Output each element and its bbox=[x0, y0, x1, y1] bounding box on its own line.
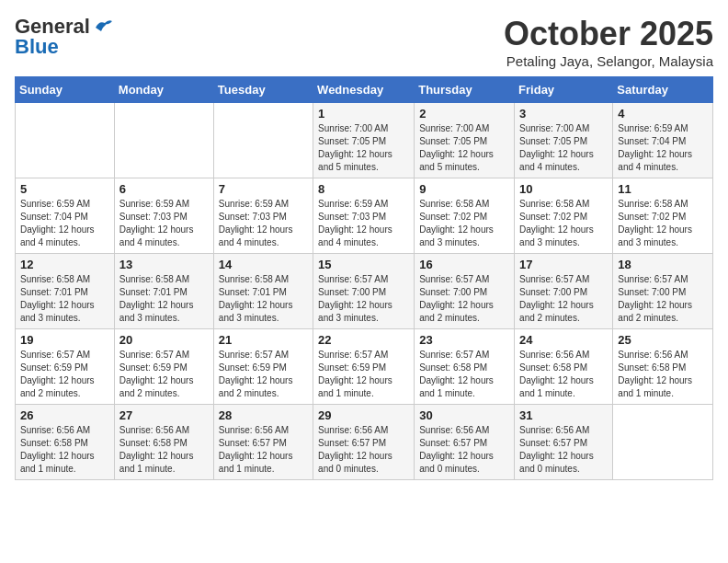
day-cell: 31Sunrise: 6:56 AMSunset: 6:57 PMDayligh… bbox=[515, 405, 613, 480]
week-row-5: 26Sunrise: 6:56 AMSunset: 6:58 PMDayligh… bbox=[16, 405, 713, 480]
day-cell: 10Sunrise: 6:58 AMSunset: 7:02 PMDayligh… bbox=[515, 178, 613, 254]
day-number: 29 bbox=[318, 408, 409, 422]
day-cell: 19Sunrise: 6:57 AMSunset: 6:59 PMDayligh… bbox=[16, 329, 115, 405]
day-info: Sunrise: 6:57 AMSunset: 6:59 PMDaylight:… bbox=[119, 349, 209, 400]
day-info: Sunrise: 6:57 AMSunset: 6:59 PMDaylight:… bbox=[318, 349, 409, 400]
day-info: Sunrise: 6:57 AMSunset: 6:58 PMDaylight:… bbox=[419, 349, 509, 400]
day-cell: 8Sunrise: 6:59 AMSunset: 7:03 PMDaylight… bbox=[313, 178, 415, 254]
logo-bird-icon bbox=[94, 18, 114, 35]
week-row-3: 12Sunrise: 6:58 AMSunset: 7:01 PMDayligh… bbox=[16, 254, 713, 329]
logo-blue: Blue bbox=[15, 35, 59, 59]
day-cell: 12Sunrise: 6:58 AMSunset: 7:01 PMDayligh… bbox=[16, 254, 115, 329]
day-number: 2 bbox=[419, 107, 509, 121]
day-info: Sunrise: 6:56 AMSunset: 6:58 PMDaylight:… bbox=[519, 349, 608, 400]
day-number: 30 bbox=[419, 408, 509, 422]
weekday-header-wednesday: Wednesday bbox=[313, 77, 415, 103]
day-info: Sunrise: 7:00 AMSunset: 7:05 PMDaylight:… bbox=[519, 122, 608, 174]
day-cell: 22Sunrise: 6:57 AMSunset: 6:59 PMDayligh… bbox=[313, 329, 415, 405]
calendar-table: SundayMondayTuesdayWednesdayThursdayFrid… bbox=[15, 76, 713, 480]
day-info: Sunrise: 6:56 AMSunset: 6:57 PMDaylight:… bbox=[419, 424, 509, 476]
day-number: 16 bbox=[419, 258, 509, 271]
day-info: Sunrise: 6:58 AMSunset: 7:02 PMDaylight:… bbox=[618, 198, 708, 249]
day-cell: 21Sunrise: 6:57 AMSunset: 6:59 PMDayligh… bbox=[213, 329, 313, 405]
day-cell: 29Sunrise: 6:56 AMSunset: 6:57 PMDayligh… bbox=[313, 405, 415, 480]
weekday-header-tuesday: Tuesday bbox=[213, 77, 313, 103]
day-number: 26 bbox=[20, 408, 109, 422]
day-cell bbox=[114, 103, 213, 178]
day-cell: 3Sunrise: 7:00 AMSunset: 7:05 PMDaylight… bbox=[515, 103, 613, 178]
day-number: 8 bbox=[318, 182, 409, 196]
day-info: Sunrise: 6:59 AMSunset: 7:03 PMDaylight:… bbox=[119, 198, 209, 249]
weekday-header-saturday: Saturday bbox=[613, 77, 713, 103]
week-row-2: 5Sunrise: 6:59 AMSunset: 7:04 PMDaylight… bbox=[16, 178, 713, 254]
weekday-header-monday: Monday bbox=[114, 77, 213, 103]
day-number: 27 bbox=[119, 408, 209, 422]
day-info: Sunrise: 6:56 AMSunset: 6:58 PMDaylight:… bbox=[618, 349, 708, 400]
day-info: Sunrise: 6:58 AMSunset: 7:01 PMDaylight:… bbox=[119, 273, 209, 325]
day-info: Sunrise: 6:59 AMSunset: 7:03 PMDaylight:… bbox=[318, 198, 409, 249]
day-cell: 28Sunrise: 6:56 AMSunset: 6:57 PMDayligh… bbox=[213, 405, 313, 480]
day-number: 13 bbox=[119, 258, 209, 271]
day-number: 7 bbox=[219, 182, 308, 196]
day-info: Sunrise: 6:58 AMSunset: 7:02 PMDaylight:… bbox=[419, 198, 509, 249]
day-info: Sunrise: 7:00 AMSunset: 7:05 PMDaylight:… bbox=[419, 122, 509, 174]
day-info: Sunrise: 6:58 AMSunset: 7:02 PMDaylight:… bbox=[519, 198, 608, 249]
day-number: 22 bbox=[318, 333, 409, 347]
day-info: Sunrise: 6:57 AMSunset: 6:59 PMDaylight:… bbox=[20, 349, 109, 400]
day-info: Sunrise: 6:56 AMSunset: 6:57 PMDaylight:… bbox=[519, 424, 608, 476]
day-cell: 30Sunrise: 6:56 AMSunset: 6:57 PMDayligh… bbox=[415, 405, 515, 480]
weekday-header-sunday: Sunday bbox=[16, 77, 115, 103]
day-info: Sunrise: 6:56 AMSunset: 6:57 PMDaylight:… bbox=[318, 424, 409, 476]
day-cell bbox=[213, 103, 313, 178]
day-cell: 17Sunrise: 6:57 AMSunset: 7:00 PMDayligh… bbox=[515, 254, 613, 329]
day-cell: 2Sunrise: 7:00 AMSunset: 7:05 PMDaylight… bbox=[415, 103, 515, 178]
title-section: October 2025 Petaling Jaya, Selangor, Ma… bbox=[504, 15, 713, 69]
day-cell: 14Sunrise: 6:58 AMSunset: 7:01 PMDayligh… bbox=[213, 254, 313, 329]
day-number: 10 bbox=[519, 182, 608, 196]
page-header: General Blue October 2025 Petaling Jaya,… bbox=[15, 15, 713, 69]
day-number: 11 bbox=[618, 182, 708, 196]
day-number: 31 bbox=[519, 408, 608, 422]
day-cell: 7Sunrise: 6:59 AMSunset: 7:03 PMDaylight… bbox=[213, 178, 313, 254]
day-number: 9 bbox=[419, 182, 509, 196]
day-info: Sunrise: 6:56 AMSunset: 6:57 PMDaylight:… bbox=[219, 424, 308, 476]
weekday-header-thursday: Thursday bbox=[415, 77, 515, 103]
day-cell: 26Sunrise: 6:56 AMSunset: 6:58 PMDayligh… bbox=[16, 405, 115, 480]
day-cell: 9Sunrise: 6:58 AMSunset: 7:02 PMDaylight… bbox=[415, 178, 515, 254]
location: Petaling Jaya, Selangor, Malaysia bbox=[504, 53, 713, 69]
day-cell: 20Sunrise: 6:57 AMSunset: 6:59 PMDayligh… bbox=[114, 329, 213, 405]
week-row-4: 19Sunrise: 6:57 AMSunset: 6:59 PMDayligh… bbox=[16, 329, 713, 405]
day-cell: 24Sunrise: 6:56 AMSunset: 6:58 PMDayligh… bbox=[515, 329, 613, 405]
day-number: 4 bbox=[618, 107, 708, 121]
day-info: Sunrise: 6:58 AMSunset: 7:01 PMDaylight:… bbox=[219, 273, 308, 325]
day-number: 23 bbox=[419, 333, 509, 347]
day-cell bbox=[16, 103, 115, 178]
day-number: 6 bbox=[119, 182, 209, 196]
day-cell: 5Sunrise: 6:59 AMSunset: 7:04 PMDaylight… bbox=[16, 178, 115, 254]
day-info: Sunrise: 6:57 AMSunset: 6:59 PMDaylight:… bbox=[219, 349, 308, 400]
day-number: 1 bbox=[318, 107, 409, 121]
day-number: 15 bbox=[318, 258, 409, 271]
day-info: Sunrise: 6:59 AMSunset: 7:04 PMDaylight:… bbox=[20, 198, 109, 249]
day-cell: 4Sunrise: 6:59 AMSunset: 7:04 PMDaylight… bbox=[613, 103, 713, 178]
day-cell bbox=[613, 405, 713, 480]
day-number: 28 bbox=[219, 408, 308, 422]
day-number: 12 bbox=[20, 258, 109, 271]
day-info: Sunrise: 6:56 AMSunset: 6:58 PMDaylight:… bbox=[119, 424, 209, 476]
day-info: Sunrise: 7:00 AMSunset: 7:05 PMDaylight:… bbox=[318, 122, 409, 174]
day-number: 18 bbox=[618, 258, 708, 271]
logo: General Blue bbox=[15, 15, 114, 59]
day-cell: 23Sunrise: 6:57 AMSunset: 6:58 PMDayligh… bbox=[415, 329, 515, 405]
day-info: Sunrise: 6:57 AMSunset: 7:00 PMDaylight:… bbox=[519, 273, 608, 325]
day-info: Sunrise: 6:57 AMSunset: 7:00 PMDaylight:… bbox=[318, 273, 409, 325]
day-cell: 6Sunrise: 6:59 AMSunset: 7:03 PMDaylight… bbox=[114, 178, 213, 254]
day-cell: 18Sunrise: 6:57 AMSunset: 7:00 PMDayligh… bbox=[613, 254, 713, 329]
day-number: 5 bbox=[20, 182, 109, 196]
day-info: Sunrise: 6:59 AMSunset: 7:03 PMDaylight:… bbox=[219, 198, 308, 249]
day-cell: 15Sunrise: 6:57 AMSunset: 7:00 PMDayligh… bbox=[313, 254, 415, 329]
day-number: 21 bbox=[219, 333, 308, 347]
day-info: Sunrise: 6:56 AMSunset: 6:58 PMDaylight:… bbox=[20, 424, 109, 476]
day-number: 24 bbox=[519, 333, 608, 347]
day-cell: 27Sunrise: 6:56 AMSunset: 6:58 PMDayligh… bbox=[114, 405, 213, 480]
month-title: October 2025 bbox=[504, 15, 713, 53]
